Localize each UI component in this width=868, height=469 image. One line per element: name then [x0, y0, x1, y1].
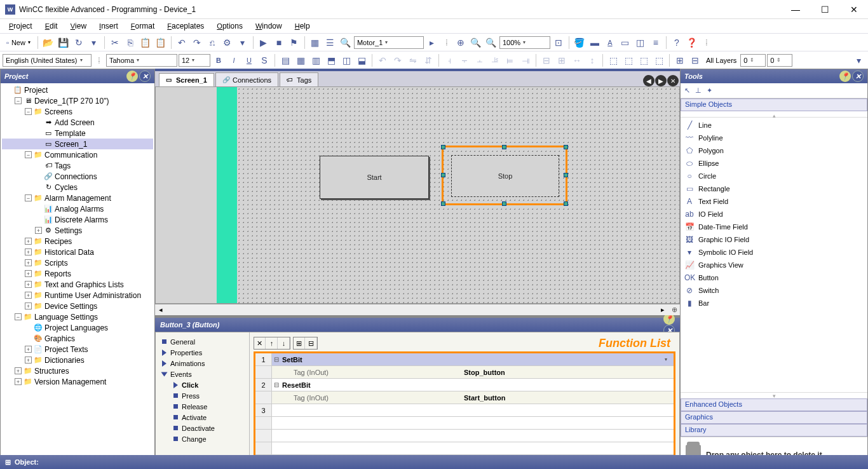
event-change[interactable]: Change [158, 433, 247, 444]
obj-align2-icon[interactable]: ⫟ [458, 53, 471, 67]
refresh-icon[interactable]: ↻ [72, 36, 86, 50]
obj-align1-icon[interactable]: ⫞ [442, 53, 456, 67]
font-dropdown[interactable]: Tahoma▾ [106, 54, 177, 67]
tree-node[interactable]: ▭Screen_1 [2, 139, 153, 149]
tree-node[interactable]: +📁Structures [2, 365, 153, 376]
tab-next-icon[interactable]: ▶ [655, 75, 667, 86]
fn-down-icon[interactable]: ↓ [278, 337, 290, 349]
tool-io-field[interactable]: abIO Field [684, 208, 864, 221]
dist-v-icon[interactable]: ⊞ [555, 53, 569, 67]
language-dropdown[interactable]: English (United States)▾ [3, 54, 92, 67]
paste2-icon[interactable]: 📋 [154, 36, 168, 50]
tree-node[interactable]: −📁Screens [2, 106, 153, 117]
tool-button[interactable]: OKButton [684, 271, 864, 284]
cut-icon[interactable]: ✂ [108, 36, 122, 50]
menu-help[interactable]: Help [290, 20, 315, 32]
align-center-icon[interactable]: ▦ [294, 53, 308, 67]
tool2-icon[interactable]: ⊥ [695, 86, 702, 95]
layers-icon[interactable]: ☰ [323, 36, 337, 50]
forward-icon[interactable]: ⬚ [637, 53, 651, 67]
help-icon[interactable]: ? [670, 36, 684, 50]
tree-node[interactable]: ➡Add Screen [2, 117, 153, 128]
tree-node[interactable]: 📋Project [2, 85, 153, 95]
text-color-icon[interactable]: A [603, 36, 617, 50]
function-row[interactable]: Tag (InOut)Stop_button [255, 366, 674, 379]
event-deactivate[interactable]: Deactivate [158, 423, 247, 433]
function-row[interactable]: Tag (InOut)Start_button [255, 391, 674, 404]
tool-a-icon[interactable]: ⎌ [205, 36, 219, 50]
grid-icon[interactable]: ▦ [308, 36, 322, 50]
menu-insert[interactable]: Insert [94, 20, 123, 32]
run-icon[interactable]: ▶ [257, 36, 271, 50]
rotate-l-icon[interactable]: ↶ [376, 53, 390, 67]
save-icon[interactable]: 💾 [57, 36, 71, 50]
underline-icon[interactable]: U [242, 53, 256, 67]
copy-icon[interactable]: ⎘ [123, 36, 137, 50]
strike-icon[interactable]: S [257, 53, 271, 67]
props-nav-general[interactable]: General [158, 336, 247, 347]
align-top-icon[interactable]: ⬒ [324, 53, 338, 67]
hmi-stop-button[interactable]: Stop [451, 155, 559, 197]
align-right-icon[interactable]: ▥ [309, 53, 323, 67]
tree-node[interactable]: 🔗Connections [2, 171, 153, 182]
dist-h-icon[interactable]: ⊟ [539, 53, 553, 67]
props-nav-properties[interactable]: Properties [158, 347, 247, 358]
rotate-r-icon[interactable]: ↷ [391, 53, 405, 67]
h-scrollbar[interactable]: ◂▸⊕ [155, 304, 680, 315]
flip-v-icon[interactable]: ⇵ [421, 53, 435, 67]
menu-options[interactable]: Options [212, 20, 248, 32]
new-button[interactable]: ▫New▾ [3, 37, 34, 48]
tree-node[interactable]: −📁Language Settings [2, 311, 153, 322]
back-icon[interactable]: ⬚ [621, 53, 635, 67]
flag-icon[interactable]: ⚑ [287, 36, 301, 50]
tool-polyline[interactable]: 〰Polyline [684, 132, 864, 144]
tree-node[interactable]: +📁Reports [2, 268, 153, 279]
tool-switch[interactable]: ⊘Switch [684, 284, 864, 297]
tool-category[interactable]: Enhanced Objects [681, 398, 867, 411]
find-icon[interactable]: 🔍 [339, 36, 353, 50]
tree-node[interactable]: −🖥Device_1(TP 270 10") [2, 95, 153, 106]
function-row[interactable]: 1⊟SetBit▾ [255, 353, 674, 366]
bold-icon[interactable]: B [212, 53, 226, 67]
undo-dropdown-icon[interactable]: ▾ [87, 36, 101, 50]
border-icon[interactable]: ▭ [618, 36, 632, 50]
open-icon[interactable]: 📂 [41, 36, 55, 50]
fn-expand-icon[interactable]: ⊞ [294, 337, 305, 349]
tool-date-time-field[interactable]: 📅Date-Time Field [684, 221, 864, 233]
motor-dropdown[interactable]: Motor_1▾ [354, 36, 424, 49]
tool-polygon[interactable]: ⬠Polygon [684, 144, 864, 157]
screen-canvas[interactable]: Start Stop [156, 87, 679, 303]
tree-node[interactable]: +📁Historical Data [2, 247, 153, 257]
menu-faceplates[interactable]: Faceplates [162, 20, 209, 32]
stop-icon[interactable]: ■ [272, 36, 286, 50]
event-click[interactable]: Click [158, 379, 247, 390]
tool-ellipse[interactable]: ⬭Ellipse [684, 157, 864, 170]
align-left-icon[interactable]: ▤ [278, 53, 292, 67]
pin-icon[interactable]: 📍 [839, 71, 851, 82]
tab-tags[interactable]: 🏷Tags [280, 72, 318, 86]
tree-node[interactable]: 📊Analog Alarms [2, 203, 153, 214]
tree-node[interactable]: +⚙Settings [2, 225, 153, 236]
italic-icon[interactable]: I [227, 53, 241, 67]
ungroup-icon[interactable]: ⊟ [688, 53, 702, 67]
backward-icon[interactable]: ⬚ [652, 53, 666, 67]
group-icon[interactable]: ⊞ [673, 53, 687, 67]
tool-bar[interactable]: ▮Bar [684, 297, 864, 309]
function-row[interactable]: 2⊟ResetBit [255, 379, 674, 391]
tool-b-icon[interactable]: ⚙ [220, 36, 234, 50]
same-h-icon[interactable]: ↕ [585, 53, 599, 67]
tool-category[interactable]: Library [681, 424, 867, 437]
minimize-button[interactable]: — [787, 3, 804, 16]
fill-icon[interactable]: 🪣 [573, 36, 587, 50]
tree-node[interactable]: +📁Runtime User Administration [2, 290, 153, 301]
tree-node[interactable]: +📁Text and Graphics Lists [2, 279, 153, 290]
event-release[interactable]: Release [158, 401, 247, 412]
tree-node[interactable]: ▭Template [2, 128, 153, 139]
function-row[interactable]: 3 [255, 404, 674, 417]
panel-close-icon[interactable]: ✕ [139, 71, 151, 82]
zoom-out-icon[interactable]: 🔍 [484, 36, 498, 50]
tree-node[interactable]: −📁Alarm Management [2, 193, 153, 203]
tab-screen_1[interactable]: ▭Screen_1 [159, 73, 214, 87]
zoom-fit-icon[interactable]: ⊕ [454, 36, 468, 50]
tree-node[interactable]: +📁Recipes [2, 236, 153, 247]
